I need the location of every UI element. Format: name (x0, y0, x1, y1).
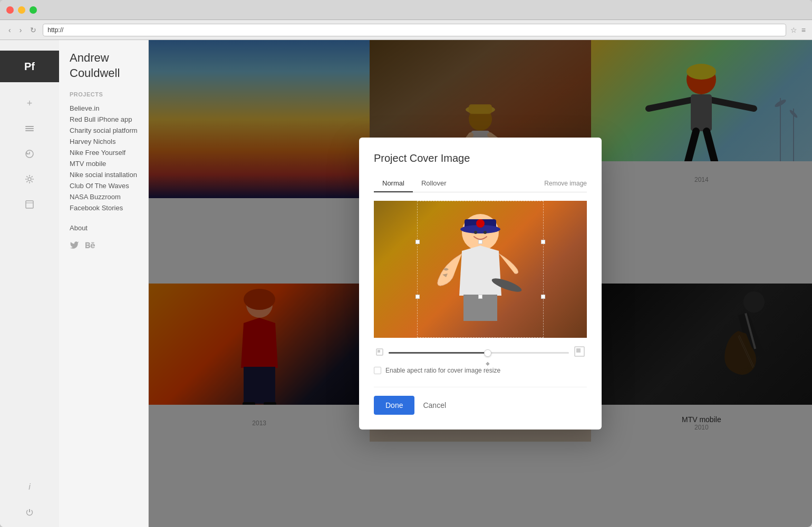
svg-rect-2 (25, 130, 34, 131)
minimize-button[interactable] (18, 6, 25, 14)
image-size-slider[interactable]: ⌖ (389, 352, 569, 354)
app-container: Pf + (0, 40, 812, 527)
nav-harvey[interactable]: Harvey Nichols (70, 136, 138, 147)
close-button[interactable] (6, 6, 14, 14)
address-bar[interactable] (43, 24, 786, 36)
nav-facebook[interactable]: Facebook Stories (70, 202, 138, 213)
image-small-icon (376, 348, 383, 357)
nav-redbull[interactable]: Red Bull iPhone app (70, 114, 138, 125)
app-logo: Pf (0, 51, 59, 82)
svg-point-48 (484, 231, 487, 234)
browser-toolbar: ‹ › ↻ ☆ ≡ (0, 20, 812, 40)
svg-rect-54 (576, 348, 581, 353)
forward-button[interactable]: › (17, 25, 24, 35)
nav-club[interactable]: Club Of The Waves (70, 180, 138, 191)
sidebar-icon-power[interactable] (19, 502, 40, 523)
sidebar-icon-info[interactable]: i (19, 476, 40, 497)
main-content: 2014 (149, 40, 812, 527)
tab-normal[interactable]: Normal (374, 175, 413, 192)
behance-icon[interactable] (85, 240, 95, 252)
projects-label: PROJECTS (70, 91, 138, 97)
maximize-button[interactable] (30, 6, 37, 14)
cancel-button[interactable]: Cancel (421, 396, 448, 415)
svg-rect-0 (25, 126, 34, 127)
aspect-ratio-label: Enable apect ratio for cover image resiz… (385, 367, 500, 374)
user-name: Andrew Couldwell (70, 51, 138, 81)
nav-about[interactable]: About (70, 224, 138, 232)
sidebar-icon-settings[interactable] (19, 169, 40, 190)
social-icons (70, 240, 138, 252)
nav-nasa[interactable]: NASA Buzzroom (70, 191, 138, 202)
slider-thumb[interactable]: ⌖ (484, 349, 491, 357)
image-size-slider-container: ⌖ (374, 346, 587, 359)
svg-point-47 (474, 231, 477, 234)
sidebar-icon-add[interactable]: + (19, 93, 40, 114)
svg-rect-49 (463, 295, 497, 321)
modal-tabs: Normal Rollover Remove image (374, 175, 587, 192)
browser-window: ‹ › ↻ ☆ ≡ Pf + (0, 0, 812, 527)
svg-rect-1 (25, 128, 34, 129)
svg-point-46 (476, 219, 485, 228)
nav-believe[interactable]: Believe.in (70, 103, 138, 114)
sidebar-icon-history[interactable] (19, 143, 40, 164)
refresh-button[interactable]: ↻ (28, 25, 38, 35)
left-nav: Andrew Couldwell PROJECTS Believe.in Red… (59, 40, 149, 527)
nav-nike-social[interactable]: Nike social installation (70, 169, 138, 180)
image-crop-area[interactable] (374, 201, 587, 338)
nav-charity[interactable]: Charity social platform (70, 125, 138, 136)
svg-rect-5 (26, 201, 33, 208)
aspect-ratio-checkbox-row: Enable apect ratio for cover image resiz… (374, 367, 587, 374)
modal-overlay: Project Cover Image Normal Rollover Remo… (149, 40, 812, 527)
tab-rollover[interactable]: Rollover (413, 175, 455, 192)
done-button[interactable]: Done (374, 396, 414, 415)
nav-mtv[interactable]: MTV mobile (70, 158, 138, 169)
twitter-icon[interactable] (70, 240, 79, 252)
aspect-ratio-checkbox[interactable] (374, 367, 381, 374)
image-large-icon (574, 346, 585, 359)
svg-point-4 (28, 178, 31, 181)
back-button[interactable]: ‹ (6, 25, 13, 35)
bookmark-button[interactable]: ☆ (790, 26, 797, 34)
remove-image-button[interactable]: Remove image (544, 178, 587, 189)
browser-titlebar (0, 0, 812, 20)
svg-rect-52 (378, 350, 380, 353)
nav-nike-free[interactable]: Nike Free Yourself (70, 147, 138, 158)
sidebar-icon-layers[interactable] (19, 118, 40, 139)
project-cover-modal: Project Cover Image Normal Rollover Remo… (359, 138, 602, 430)
icon-sidebar: Pf + (0, 40, 59, 527)
menu-button[interactable]: ≡ (801, 26, 806, 34)
modal-actions: Done Cancel (374, 387, 587, 415)
sidebar-icon-window[interactable] (19, 194, 40, 215)
modal-title: Project Cover Image (374, 152, 587, 164)
